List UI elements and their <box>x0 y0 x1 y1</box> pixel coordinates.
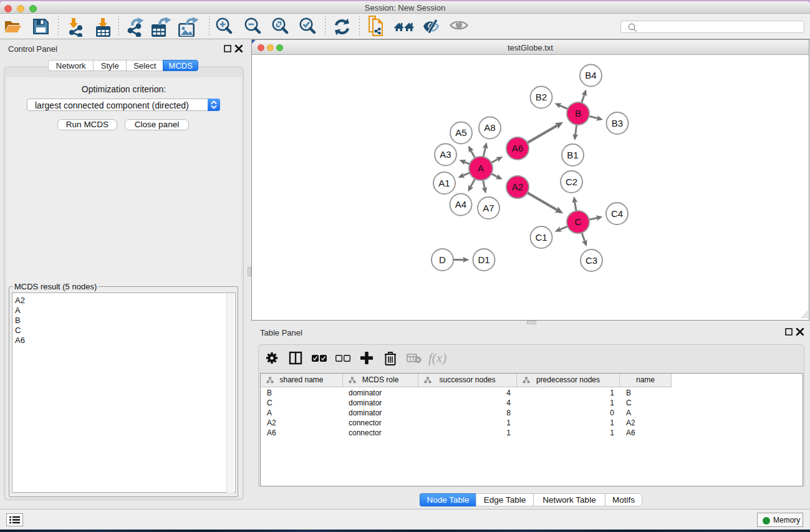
svg-text:C2: C2 <box>566 177 577 187</box>
svg-text:A3: A3 <box>440 149 451 160</box>
svg-text:C4: C4 <box>611 208 623 219</box>
svg-text:D1: D1 <box>478 254 489 265</box>
svg-text:A1: A1 <box>438 178 450 188</box>
svg-text:A5: A5 <box>455 127 466 138</box>
svg-text:A8: A8 <box>484 122 495 133</box>
svg-text:C3: C3 <box>586 255 597 266</box>
svg-text:A2: A2 <box>512 181 523 192</box>
svg-text:B1: B1 <box>567 150 578 160</box>
svg-text:C: C <box>575 216 582 227</box>
svg-text:A: A <box>478 163 484 173</box>
svg-text:A6: A6 <box>512 143 523 153</box>
svg-text:B2: B2 <box>536 92 547 102</box>
svg-text:A4: A4 <box>455 199 466 210</box>
svg-text:B4: B4 <box>585 70 596 80</box>
svg-text:C1: C1 <box>535 232 547 243</box>
svg-text:B: B <box>575 108 581 118</box>
svg-text:D: D <box>439 254 446 265</box>
svg-text:A7: A7 <box>483 203 494 213</box>
svg-text:B3: B3 <box>612 118 623 128</box>
